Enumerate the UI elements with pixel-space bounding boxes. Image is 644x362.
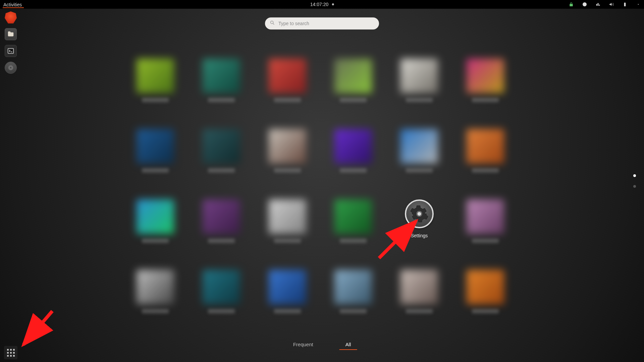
app-label: Settings: [411, 233, 428, 238]
app-launcher-blurred[interactable]: [124, 129, 187, 173]
app-launcher-blurred[interactable]: [454, 129, 517, 173]
app-launcher-blurred[interactable]: [322, 270, 385, 313]
app-label-blurred: [142, 168, 169, 173]
svg-point-4: [271, 21, 273, 24]
app-label-blurred: [406, 98, 433, 102]
app-launcher-blurred[interactable]: [322, 59, 385, 102]
app-icon-blurred: [137, 129, 174, 164]
app-icon-blurred: [334, 270, 372, 304]
app-label-blurred: [142, 239, 169, 243]
app-launcher-blurred[interactable]: [388, 59, 451, 102]
app-icon-blurred: [203, 129, 240, 164]
app-icon-blurred: [467, 129, 504, 164]
app-icon-blurred: [137, 199, 174, 234]
app-launcher-blurred[interactable]: [454, 59, 517, 102]
app-label-blurred: [340, 239, 367, 243]
app-icon-blurred: [467, 270, 504, 304]
app-launcher-blurred[interactable]: [190, 59, 253, 102]
app-icon-blurred: [467, 199, 504, 234]
app-launcher-blurred[interactable]: [322, 199, 385, 243]
app-launcher-blurred[interactable]: [322, 129, 385, 173]
app-launcher-blurred[interactable]: [454, 270, 517, 313]
show-applications-button[interactable]: [4, 346, 17, 359]
app-icon-blurred: [203, 59, 240, 93]
app-launcher-blurred[interactable]: [256, 129, 319, 173]
app-label-blurred: [472, 239, 499, 243]
app-label-blurred: [472, 309, 499, 313]
svg-point-0: [583, 2, 587, 6]
app-icon-blurred: [203, 199, 240, 234]
app-label-blurred: [340, 98, 367, 102]
app-label-blurred: [472, 168, 499, 173]
tab-frequent[interactable]: Frequent: [287, 340, 319, 350]
caret-down-icon[interactable]: [635, 1, 641, 7]
page-dot-2[interactable]: [633, 185, 636, 188]
page-indicator[interactable]: [633, 174, 636, 188]
app-launcher-blurred[interactable]: [190, 199, 253, 243]
app-icon-blurred: [400, 270, 438, 304]
app-launcher-blurred[interactable]: [256, 59, 319, 102]
app-label-blurred: [406, 309, 433, 313]
tab-all[interactable]: All: [339, 340, 357, 350]
app-launcher-blurred[interactable]: [388, 129, 451, 173]
app-icon-blurred: [400, 129, 438, 164]
app-icon-blurred: [269, 199, 306, 234]
dock-app-disks[interactable]: [5, 62, 17, 74]
app-launcher-blurred[interactable]: [454, 199, 517, 243]
app-label-blurred: [274, 309, 301, 313]
app-launcher-settings[interactable]: Settings: [388, 199, 451, 243]
app-label-blurred: [142, 98, 169, 102]
dock-app-terminal[interactable]: [5, 45, 17, 57]
app-launcher-blurred[interactable]: [124, 199, 187, 243]
svg-line-8: [23, 311, 52, 345]
app-icon-blurred: [269, 59, 306, 93]
page-dot-1[interactable]: [633, 174, 636, 177]
app-label-blurred: [472, 98, 499, 102]
app-label-blurred: [208, 168, 235, 173]
app-label-blurred: [274, 98, 301, 102]
settings-gear-icon: [405, 199, 434, 228]
top-bar: Activities 14:07:20: [0, 0, 644, 9]
app-icon-blurred: [400, 59, 438, 93]
app-label-blurred: [340, 309, 367, 313]
app-icon-blurred: [334, 199, 372, 234]
notification-dot-icon: [332, 3, 334, 5]
svg-rect-1: [8, 49, 14, 54]
volume-icon[interactable]: [608, 1, 614, 7]
app-launcher-blurred[interactable]: [256, 270, 319, 313]
app-label-blurred: [142, 309, 169, 313]
applications-grid: Settings: [124, 59, 517, 313]
app-label-blurred: [208, 239, 235, 243]
dock-app-brave[interactable]: [5, 11, 17, 23]
svg-point-6: [417, 212, 421, 216]
search-input[interactable]: [265, 17, 379, 29]
app-label-blurred: [406, 168, 433, 173]
svg-point-3: [10, 67, 11, 68]
clock-time: 14:07:20: [310, 2, 329, 7]
app-icon-blurred: [269, 270, 306, 304]
app-icon-blurred: [269, 129, 306, 164]
activities-button[interactable]: Activities: [3, 1, 24, 8]
network-icon[interactable]: [595, 1, 601, 7]
search-container: [265, 17, 379, 29]
app-launcher-blurred[interactable]: [190, 270, 253, 313]
view-tabs: Frequent All: [287, 340, 357, 350]
app-icon-blurred: [467, 59, 504, 93]
app-launcher-blurred[interactable]: [388, 270, 451, 313]
app-label-blurred: [340, 168, 367, 173]
clock[interactable]: 14:07:20: [310, 2, 334, 7]
system-tray[interactable]: [568, 1, 641, 7]
app-icon-blurred: [203, 270, 240, 304]
battery-icon[interactable]: [622, 1, 628, 7]
app-launcher-blurred[interactable]: [124, 59, 187, 102]
search-icon: [270, 20, 275, 27]
lock-icon[interactable]: [568, 1, 574, 7]
app-launcher-blurred[interactable]: [190, 129, 253, 173]
app-launcher-blurred[interactable]: [256, 199, 319, 243]
chat-icon[interactable]: [582, 1, 588, 7]
svg-line-5: [273, 23, 274, 24]
app-label-blurred: [274, 168, 301, 173]
dock-app-files[interactable]: [5, 28, 17, 40]
app-launcher-blurred[interactable]: [124, 270, 187, 313]
app-label-blurred: [208, 309, 235, 313]
